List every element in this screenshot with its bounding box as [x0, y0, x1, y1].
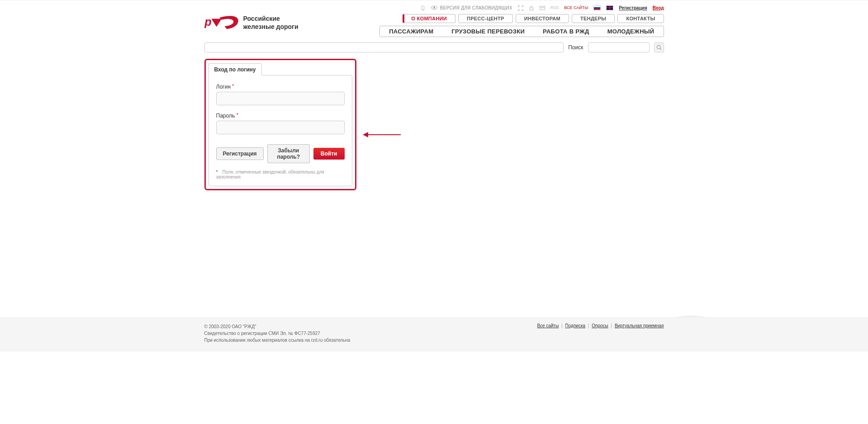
login-button-row: Регистрация Забыли пароль? Войти: [216, 144, 345, 163]
svg-point-6: [657, 45, 660, 49]
logo-text: Российские железные дороги: [243, 15, 299, 31]
nav-about[interactable]: О КОМПАНИИ: [403, 14, 455, 23]
footer-copyright: © 2003-2020 ОАО "РЖД": [204, 323, 351, 330]
all-sites-link[interactable]: ВСЕ САЙТЫ: [564, 5, 588, 10]
nav-primary: О КОМПАНИИ ПРЕСС-ЦЕНТР ИНВЕСТОРАМ ТЕНДЕР…: [379, 14, 664, 23]
required-note: *Поля, отмеченные звездочкой, обязательн…: [216, 170, 345, 179]
login-form-body: Логин * Пароль * Регистрация Забыли паро…: [209, 75, 352, 186]
login-input[interactable]: [216, 92, 345, 105]
register-button[interactable]: Регистрация: [216, 147, 264, 160]
footer-link-note: При использовании любых материалов ссылк…: [204, 337, 351, 344]
rss-link[interactable]: RSS: [550, 5, 559, 10]
nav-secondary: ПАССАЖИРАМ ГРУЗОВЫЕ ПЕРЕВОЗКИ РАБОТА В Р…: [379, 26, 664, 37]
search-icon: [656, 45, 662, 50]
login-tab-label[interactable]: Вход по логину: [209, 63, 262, 75]
nav-investors[interactable]: ИНВЕСТОРАМ: [516, 14, 569, 23]
search-label: Поиск: [568, 44, 583, 51]
password-input[interactable]: [216, 121, 345, 134]
footer-virtual-link[interactable]: Виртуальная приемная: [615, 323, 664, 328]
nav-passengers[interactable]: ПАССАЖИРАМ: [380, 26, 442, 37]
footer-polls-link[interactable]: Опросы: [592, 323, 608, 328]
footer-right: Все сайты | Подписка | Опросы | Виртуаль…: [537, 323, 664, 344]
svg-point-3: [433, 7, 435, 9]
forgot-password-button[interactable]: Забыли пароль?: [267, 144, 310, 163]
footer-cert: Свидетельство о регистрации СМИ Эл. № ФС…: [204, 330, 351, 337]
phone-icon: [420, 5, 426, 10]
search-row: Поиск: [204, 42, 664, 52]
nav-block: О КОМПАНИИ ПРЕСС-ЦЕНТР ИНВЕСТОРАМ ТЕНДЕР…: [379, 13, 664, 37]
accessibility-label: ВЕРСИЯ ДЛЯ СЛАБОВИДЯЩИХ: [440, 5, 512, 10]
footer: © 2003-2020 ОАО "РЖД" Свидетельство о ре…: [0, 317, 868, 352]
nav-youth[interactable]: МОЛОДЕЖНЫЙ: [598, 26, 664, 37]
login-tab: Вход по логину: [206, 60, 355, 75]
nav-work[interactable]: РАБОТА В РЖД: [534, 26, 598, 37]
footer-all-sites-link[interactable]: Все сайты: [537, 323, 559, 328]
mail-icon[interactable]: [540, 5, 545, 10]
annotation-arrow-icon: [363, 132, 401, 137]
logo-icon: p: [204, 15, 239, 31]
accessibility-link[interactable]: ВЕРСИЯ ДЛЯ СЛАБОВИДЯЩИХ: [431, 5, 512, 10]
footer-subscribe-link[interactable]: Подписка: [565, 323, 586, 328]
header: p Российские железные дороги О КОМПАНИИ …: [204, 13, 664, 37]
nav-tenders[interactable]: ТЕНДЕРЫ: [572, 14, 615, 23]
svg-text:p: p: [204, 15, 212, 28]
nav-press[interactable]: ПРЕСС-ЦЕНТР: [458, 14, 513, 23]
search-input[interactable]: [588, 42, 650, 52]
eye-icon: [431, 5, 437, 10]
login-panel: Вход по логину Логин * Пароль * Регистра…: [204, 59, 356, 190]
footer-left: © 2003-2020 ОАО "РЖД" Свидетельство о ре…: [204, 323, 351, 344]
breadcrumb-input[interactable]: [204, 42, 564, 52]
svg-point-1: [422, 9, 423, 9]
nav-freight[interactable]: ГРУЗОВЫЕ ПЕРЕВОЗКИ: [442, 26, 534, 37]
flag-uk-icon[interactable]: [606, 5, 613, 10]
home-icon[interactable]: [529, 5, 534, 10]
submit-login-button[interactable]: Войти: [313, 148, 345, 160]
password-field-label: Пароль *: [216, 113, 345, 119]
flag-ru-icon[interactable]: [593, 5, 601, 10]
search-button[interactable]: [654, 42, 664, 52]
svg-line-7: [660, 48, 661, 50]
login-field-label: Логин *: [216, 84, 345, 90]
nav-contacts[interactable]: КОНТАКТЫ: [617, 14, 664, 23]
top-bar: ВЕРСИЯ ДЛЯ СЛАБОВИДЯЩИХ RSS ВСЕ САЙТЫ Ре…: [204, 0, 664, 12]
top-register-link[interactable]: Регистрация: [619, 5, 647, 10]
logo-block[interactable]: p Российские железные дороги: [204, 13, 299, 31]
top-login-link[interactable]: Вход: [653, 5, 664, 10]
expand-icon[interactable]: [518, 5, 523, 10]
